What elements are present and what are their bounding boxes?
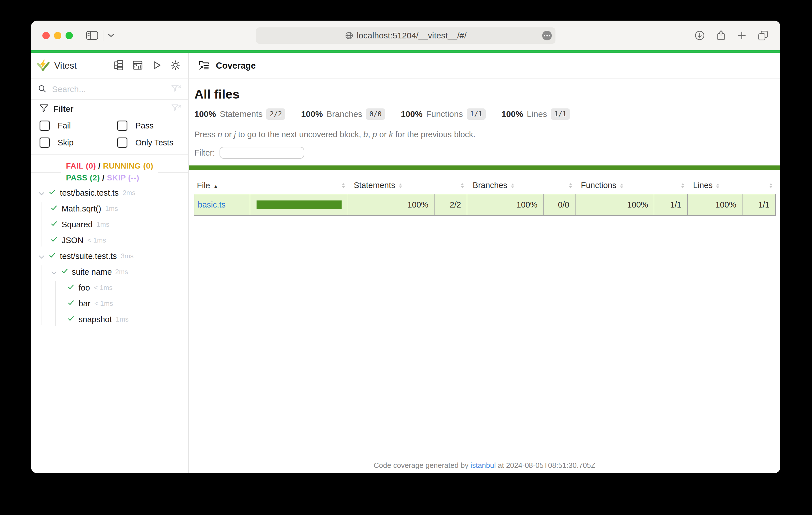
- filter-funnel-icon: [39, 104, 48, 114]
- search-bar: [31, 79, 188, 100]
- downloads-icon[interactable]: [694, 30, 705, 41]
- column-header-file[interactable]: File▲: [194, 177, 250, 194]
- checkbox-box[interactable]: [39, 138, 50, 148]
- sort-icon[interactable]: [434, 177, 467, 194]
- run-icon[interactable]: [151, 60, 162, 71]
- search-icon: [38, 84, 46, 94]
- table-header-row: File▲ Statements Branches Functions Line…: [194, 177, 776, 194]
- fail-count: FAIL (0): [66, 161, 96, 170]
- url-text: localhost:51204/__vitest__/#/: [357, 31, 467, 40]
- chevron-down-icon[interactable]: [108, 34, 114, 37]
- sort-icon[interactable]: [511, 181, 515, 190]
- column-header-functions[interactable]: Functions: [575, 177, 654, 194]
- chevron-down-icon[interactable]: [38, 251, 45, 261]
- table-row: basic.ts 100% 2/2 100% 0/0 100% 1/1 100%…: [194, 194, 776, 215]
- sort-icon[interactable]: [620, 181, 624, 190]
- checkbox-pass[interactable]: Pass: [117, 121, 181, 131]
- file-link[interactable]: basic.ts: [198, 200, 226, 209]
- chevron-down-icon[interactable]: [51, 267, 57, 277]
- tree-item-test[interactable]: foo < 1ms: [31, 280, 188, 296]
- check-icon: [50, 204, 58, 213]
- tree-item-test[interactable]: Squared 1ms: [31, 217, 188, 232]
- check-icon: [50, 236, 58, 245]
- sort-icon[interactable]: [716, 181, 720, 190]
- checkbox-box[interactable]: [39, 121, 50, 131]
- functions-abs-cell: 1/1: [654, 194, 688, 215]
- tree-view-icon[interactable]: [113, 60, 124, 72]
- sort-icon[interactable]: [742, 177, 776, 194]
- tree-item-test[interactable]: bar < 1ms: [31, 296, 188, 311]
- lines-pct-cell: 100%: [688, 194, 742, 215]
- checkbox-box[interactable]: [117, 138, 127, 148]
- statements-abs-cell: 2/2: [434, 194, 467, 215]
- zoom-window-button[interactable]: [65, 32, 73, 39]
- report-icon[interactable]: [132, 60, 143, 72]
- file-filter-input[interactable]: [220, 147, 304, 159]
- tree-item-suite[interactable]: suite name 2ms: [31, 264, 188, 280]
- share-icon[interactable]: [716, 30, 726, 41]
- duration: 2ms: [115, 268, 128, 276]
- sidebar-header: Vitest: [31, 53, 188, 79]
- sort-asc-indicator: ▲: [213, 183, 219, 189]
- functions-pct-cell: 100%: [575, 194, 654, 215]
- coverage-report: All files 100% Statements 2/2 100% Branc…: [189, 79, 780, 473]
- theme-icon[interactable]: [170, 60, 181, 72]
- stat-lines: 100% Lines 1/1: [501, 109, 570, 120]
- stat-statements: 100% Statements 2/2: [194, 109, 285, 120]
- close-window-button[interactable]: [42, 32, 50, 39]
- branches-pct-cell: 100%: [467, 194, 543, 215]
- stat-branches: 100% Branches 0/0: [301, 109, 385, 120]
- filter-title: Filter: [53, 104, 74, 114]
- duration: < 1ms: [87, 236, 106, 244]
- filter-section: Filter Fail Pass Skip Only Tests: [31, 100, 188, 155]
- page-title: Coverage: [216, 61, 256, 71]
- tree-item-test[interactable]: Math.sqrt() 1ms: [31, 201, 188, 217]
- checkbox-skip[interactable]: Skip: [39, 138, 117, 148]
- duration: 1ms: [97, 220, 109, 229]
- report-footer: Code coverage generated by istanbul at 2…: [189, 461, 780, 470]
- keyboard-hint: Press n or j to go to the next uncovered…: [194, 130, 780, 139]
- toolbar-divider: [103, 30, 104, 41]
- tree-item-test[interactable]: snapshot 1ms: [31, 311, 188, 327]
- coverage-bar: [257, 201, 342, 209]
- duration: 3ms: [121, 252, 133, 260]
- chevron-down-icon[interactable]: [38, 188, 45, 198]
- column-header-branches[interactable]: Branches: [467, 177, 543, 194]
- filter-clear-icon[interactable]: [171, 84, 181, 94]
- test-progress-bar: [31, 50, 780, 53]
- minimize-window-button[interactable]: [54, 32, 61, 39]
- sort-icon[interactable]: [543, 177, 575, 194]
- checkbox-box[interactable]: [117, 121, 127, 131]
- sort-icon[interactable]: [250, 177, 348, 194]
- tree-item-file[interactable]: test/suite.test.ts 3ms: [31, 248, 188, 264]
- lines-abs-cell: 1/1: [742, 194, 776, 215]
- new-tab-icon[interactable]: [737, 31, 747, 40]
- file-filter-row: Filter:: [194, 147, 780, 159]
- globe-icon: [345, 31, 353, 40]
- checkbox-only-tests[interactable]: Only Tests: [117, 138, 181, 148]
- column-header-statements[interactable]: Statements: [348, 177, 434, 194]
- search-input[interactable]: [51, 84, 166, 94]
- report-heading: All files: [194, 87, 780, 102]
- check-icon: [49, 188, 56, 198]
- filter-clear-icon[interactable]: [171, 104, 181, 114]
- page-settings-button[interactable]: [542, 31, 552, 40]
- toolbar-right-controls: [694, 21, 768, 50]
- sort-icon[interactable]: [654, 177, 688, 194]
- address-bar[interactable]: localhost:51204/__vitest__/#/: [256, 27, 555, 44]
- sidebar-toggle-icon[interactable]: [86, 31, 98, 40]
- tree-guide: [55, 281, 56, 326]
- checkbox-fail[interactable]: Fail: [39, 121, 117, 131]
- tree-item-file[interactable]: test/basic.test.ts 2ms: [31, 185, 188, 201]
- istanbul-link[interactable]: istanbul: [470, 461, 496, 469]
- coverage-icon: [198, 60, 210, 71]
- main-panel: Coverage All files 100% Statements 2/2 1…: [189, 53, 780, 473]
- column-header-lines[interactable]: Lines: [688, 177, 742, 194]
- duration: < 1ms: [94, 284, 112, 292]
- stat-fraction-badge: 2/2: [266, 109, 285, 120]
- run-summary-text: FAIL (0) / RUNNING (0) PASS (2) / SKIP (…: [61, 160, 158, 184]
- sort-icon[interactable]: [399, 181, 402, 190]
- tabs-overview-icon[interactable]: [758, 30, 768, 41]
- check-icon: [67, 315, 75, 324]
- tree-item-test[interactable]: JSON < 1ms: [31, 232, 188, 248]
